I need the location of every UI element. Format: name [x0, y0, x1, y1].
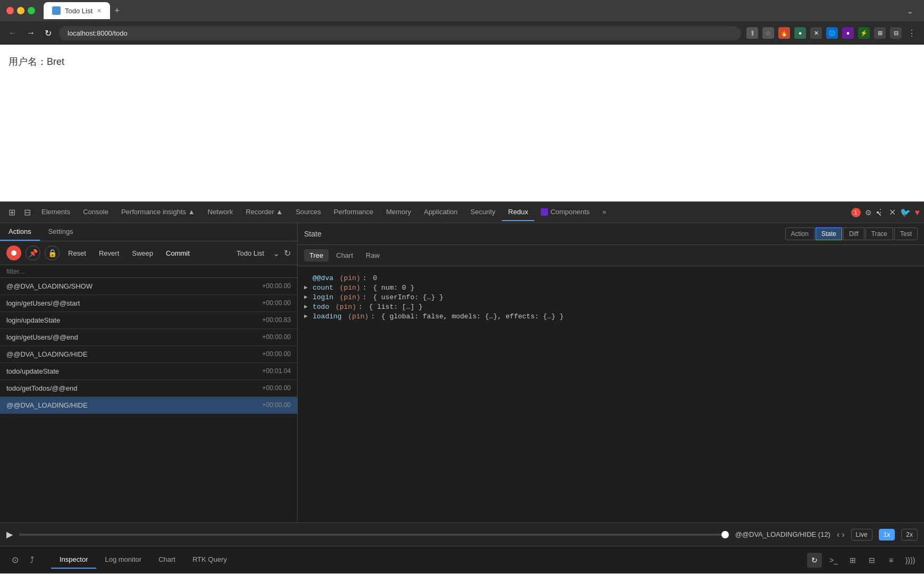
devtools-panel-toggle[interactable]: ⊞ [4, 205, 20, 220]
action-item[interactable]: todo/getTodos/@@end +00:00.00 [0, 380, 297, 397]
export-tool-button[interactable]: ⤴ [23, 552, 40, 569]
action-item[interactable]: @@DVA_LOADING/HIDE +00:00.00 [0, 346, 297, 363]
expand-icon[interactable]: ▶ [304, 313, 310, 319]
devtools-tab-recorder[interactable]: Recorder ▲ [239, 204, 289, 221]
maximize-traffic-light[interactable] [28, 7, 35, 14]
action-time: +00:00.00 [262, 401, 291, 409]
filter-input[interactable] [6, 267, 291, 275]
state-view-btn[interactable]: State [816, 227, 842, 240]
bookmark-icon[interactable]: ☆ [762, 27, 774, 39]
chart-tab-bottom[interactable]: Chart [150, 551, 184, 569]
extension-icon-2[interactable]: ● [794, 27, 806, 39]
terminal-icon-btn[interactable]: >_ [826, 553, 841, 568]
pin-button[interactable]: 📌 [26, 246, 40, 260]
timeline-next-button[interactable]: › [842, 530, 844, 539]
rtk-query-tab[interactable]: RTK Query [184, 551, 236, 569]
devtools-tab-performance[interactable]: Performance [327, 204, 380, 221]
live-button[interactable]: Live [851, 529, 872, 541]
devtools-settings-icon[interactable]: ⚙ [865, 208, 872, 217]
list-icon-btn[interactable]: ≡ [884, 553, 898, 568]
log-monitor-tab[interactable]: Log monitor [96, 551, 150, 569]
revert-button[interactable]: Revert [95, 247, 123, 259]
tab-more-button[interactable]: ⌄ [906, 6, 913, 16]
action-item-selected[interactable]: @@DVA_LOADING/HIDE +00:00.00 [0, 397, 297, 414]
toolbar-chevron-icon[interactable]: ⌄ [273, 248, 280, 258]
share-icon[interactable]: ⬆ [746, 27, 758, 39]
devtools-tab-security[interactable]: Security [464, 204, 502, 221]
reset-button[interactable]: Reset [64, 247, 90, 259]
devtools-close-icon[interactable]: ✕ [889, 207, 896, 217]
devtools-tab-memory[interactable]: Memory [380, 204, 417, 221]
new-tab-button[interactable]: + [114, 5, 120, 16]
devtools-tab-network[interactable]: Network [201, 204, 240, 221]
lock-button[interactable]: 🔒 [45, 246, 60, 260]
refresh-button[interactable]: ↻ [43, 26, 54, 40]
tab-close-button[interactable]: ✕ [97, 7, 102, 14]
sweep-button[interactable]: Sweep [128, 247, 157, 259]
extension-icon-5[interactable]: ● [842, 27, 854, 39]
action-view-btn[interactable]: Action [785, 227, 814, 240]
action-item[interactable]: todo/updateState +00:01.04 [0, 363, 297, 380]
devtools-tab-components[interactable]: Components [534, 204, 596, 221]
play-button[interactable]: ▶ [6, 529, 13, 539]
devtools-tab-more[interactable]: » [596, 204, 612, 221]
action-name: todo/getTodos/@@end [6, 384, 77, 392]
devtools-tab-application[interactable]: Application [417, 204, 464, 221]
commit-button[interactable]: Commit [162, 247, 194, 259]
raw-tab[interactable]: Raw [360, 249, 385, 261]
more-button[interactable]: ⋮ [906, 27, 918, 39]
timeline-prev-button[interactable]: ‹ [837, 530, 839, 539]
actions-tab[interactable]: Actions [0, 223, 40, 241]
active-tab[interactable]: Todo List ✕ [44, 2, 110, 19]
title-bar: Todo List ✕ + ⌄ [0, 0, 924, 21]
diff-view-btn[interactable]: Diff [843, 227, 864, 240]
trace-view-btn[interactable]: Trace [866, 227, 893, 240]
expand-icon[interactable]: ▶ [304, 303, 310, 310]
chart-tab[interactable]: Chart [331, 249, 358, 261]
action-item[interactable]: login/getUsers/@@start +00:00.00 [0, 295, 297, 312]
toolbar-refresh-icon[interactable]: ↻ [284, 248, 291, 258]
action-item[interactable]: login/updateState +00:00.83 [0, 312, 297, 329]
forward-button[interactable]: → [24, 26, 37, 40]
speed-1x-button[interactable]: 1x [879, 529, 895, 541]
tab-bar: Todo List ✕ + ⌄ [39, 1, 918, 20]
extension-icon-3[interactable]: ✕ [810, 27, 822, 39]
traffic-lights [6, 7, 35, 14]
extension-icon-7[interactable]: ⊞ [874, 27, 886, 39]
devtools-tab-redux[interactable]: Redux [502, 204, 535, 221]
inspector-tab[interactable]: Inspector [51, 551, 96, 569]
tree-tab[interactable]: Tree [304, 249, 329, 261]
action-item[interactable]: @@DVA_LOADING/SHOW +00:00.00 [0, 278, 297, 295]
devtools-tab-sources[interactable]: Sources [289, 204, 327, 221]
settings-tab[interactable]: Settings [40, 223, 82, 241]
expand-icon[interactable]: ▶ [304, 293, 310, 300]
back-button[interactable]: ← [6, 26, 19, 40]
extension-icon-6[interactable]: ⚡ [858, 27, 870, 39]
timeline-scrubber[interactable] [721, 531, 729, 538]
devtools-tab-console[interactable]: Console [77, 204, 115, 221]
action-item[interactable]: login/getUsers/@@end +00:00.00 [0, 329, 297, 346]
record-button[interactable] [6, 246, 21, 260]
extension-icon-1[interactable]: 🔥 [778, 27, 790, 39]
speed-2x-button[interactable]: 2x [901, 529, 918, 541]
refresh-icon-btn[interactable]: ↻ [807, 553, 822, 568]
record-tool-button[interactable]: ⊙ [6, 552, 23, 569]
close-traffic-light[interactable] [6, 7, 14, 14]
filter-section [0, 265, 297, 278]
table-icon-btn[interactable]: ⊟ [864, 553, 879, 568]
extension-icon-4[interactable]: 🌐 [826, 27, 838, 39]
devtools-dock-toggle[interactable]: ⊟ [20, 205, 35, 220]
grid-icon-btn[interactable]: ⊞ [845, 553, 860, 568]
expand-icon[interactable]: ▶ [304, 284, 310, 291]
state-tree-line: ▶ count (pin) : { num: 0 } [304, 284, 918, 292]
test-view-btn[interactable]: Test [894, 227, 918, 240]
devtools-tab-elements[interactable]: Elements [35, 204, 77, 221]
action-name: @@DVA_LOADING/HIDE [6, 401, 88, 409]
devtools-tab-performance-insights[interactable]: Performance insights ▲ [115, 204, 201, 221]
action-time: +00:00.00 [262, 299, 291, 307]
wifi-icon-btn[interactable]: )))) [903, 553, 918, 568]
minimize-traffic-light[interactable] [17, 7, 24, 14]
url-input[interactable]: localhost:8000/todo [59, 26, 741, 40]
extension-icon-8[interactable]: ⊟ [890, 27, 902, 39]
timeline-track[interactable] [19, 534, 729, 536]
